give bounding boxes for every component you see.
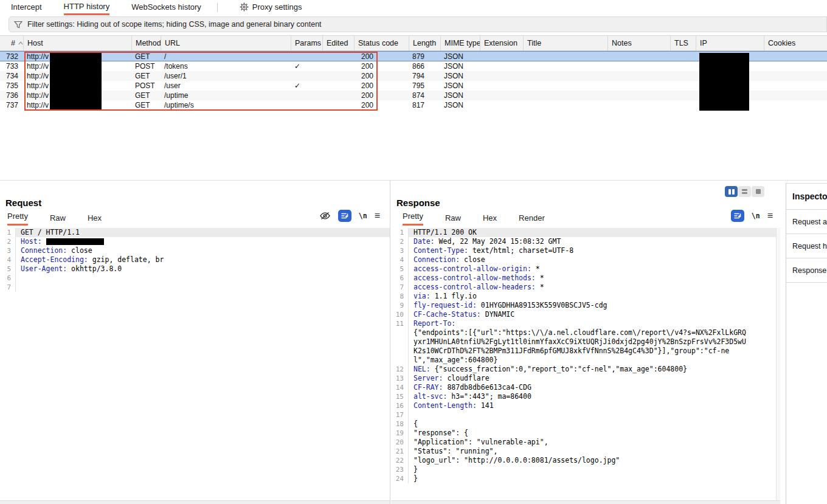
- response-line: 6access-control-allow-methods: *: [391, 274, 780, 283]
- tab-websockets-history[interactable]: WebSockets history: [131, 0, 201, 15]
- layout-split-horizontal-button[interactable]: [738, 186, 751, 197]
- line-number: 14: [391, 383, 409, 392]
- proxy-tab-bar: Intercept HTTP history WebSockets histor…: [0, 0, 827, 15]
- prettify-icon[interactable]: [731, 210, 744, 222]
- cell-status: 200: [354, 72, 409, 80]
- inspector-section-request-he[interactable]: Request he: [786, 234, 827, 258]
- tab-proxy-settings[interactable]: Proxy settings: [240, 0, 302, 15]
- response-tab-raw[interactable]: Raw: [445, 213, 461, 226]
- eye-slash-icon[interactable]: [319, 211, 331, 221]
- request-panel-title: Request: [5, 198, 41, 208]
- column-header-cookies[interactable]: Cookies: [764, 36, 827, 50]
- response-line-text: "Application": "vulnerable-api",: [409, 438, 780, 447]
- response-line-text: Content-Type: text/html; charset=UTF-8: [409, 246, 780, 255]
- response-line-text: HTTP/1.1 200 OK: [409, 228, 780, 237]
- line-number: 7: [391, 283, 409, 292]
- header-name: CF-RAY:: [413, 383, 443, 392]
- column-header-params[interactable]: Params: [291, 36, 322, 50]
- code-text: close: [67, 246, 92, 255]
- newline-icon[interactable]: \n: [752, 212, 760, 220]
- cell-mime: JSON: [440, 101, 480, 109]
- newline-icon[interactable]: \n: [359, 212, 367, 220]
- column-header-label: Length: [413, 39, 436, 47]
- menu-icon[interactable]: ≡: [375, 211, 380, 221]
- column-header-mime-type[interactable]: MIME type: [440, 36, 480, 50]
- response-line: 5access-control-allow-origin: *: [391, 264, 780, 274]
- response-tab-render[interactable]: Render: [519, 213, 545, 226]
- line-number: 19: [391, 429, 409, 438]
- cell-length: 795: [409, 81, 440, 90]
- response-line-text: via: 1.1 fly.io: [409, 292, 780, 301]
- tab-intercept[interactable]: Intercept: [11, 0, 42, 15]
- column-header-edited[interactable]: Edited: [322, 36, 354, 50]
- sort-ascending-icon: [18, 41, 23, 45]
- request-tab-raw[interactable]: Raw: [50, 213, 66, 226]
- cell-mime: JSON: [440, 52, 480, 61]
- column-header-title[interactable]: Title: [523, 36, 607, 50]
- line-number: 4: [391, 255, 409, 264]
- column-header-tls[interactable]: TLS: [670, 36, 696, 50]
- column-header-label: Edited: [327, 39, 348, 47]
- header-name: alt-svc:: [413, 392, 447, 401]
- response-vertical-scrollbar[interactable]: [776, 228, 780, 500]
- menu-icon[interactable]: ≡: [767, 211, 773, 221]
- response-line: 23}: [391, 465, 780, 474]
- column-header-host[interactable]: Host: [23, 36, 131, 50]
- tab-label: Intercept: [11, 2, 42, 12]
- response-tab-hex[interactable]: Hex: [483, 213, 497, 226]
- line-number: 12: [391, 365, 409, 374]
- column-header-label: Title: [527, 39, 541, 47]
- column-header-extension[interactable]: Extension: [480, 36, 523, 50]
- request-line-text: Host:: [16, 237, 390, 246]
- response-line: 4Connection: close: [391, 255, 780, 264]
- inspector-sections: Request attRequest heResponse h: [786, 210, 827, 283]
- header-name: via:: [413, 292, 431, 300]
- column-header-method[interactable]: Method: [131, 36, 161, 50]
- column-header-status-code[interactable]: Status code: [354, 36, 409, 50]
- line-number: 21: [391, 447, 409, 456]
- header-name: Content-Length:: [413, 401, 477, 410]
- response-editor[interactable]: 1HTTP/1.1 200 OK2Date: Wed, 22 May 2024 …: [391, 228, 780, 500]
- request-line-text: User-Agent: okhttp/3.8.0: [16, 264, 390, 274]
- line-number: 1: [0, 228, 16, 237]
- cell-mime: JSON: [440, 81, 480, 90]
- request-tab-pretty[interactable]: Pretty: [7, 212, 28, 226]
- request-tab-hex[interactable]: Hex: [88, 213, 102, 226]
- inspector-panel: Inspector Request attRequest heResponse …: [786, 183, 827, 504]
- line-number: 5: [0, 264, 16, 274]
- tab-http-history[interactable]: HTTP history: [64, 0, 110, 15]
- response-line: 12NEL: {"success_fraction":0,"report_to"…: [391, 365, 780, 374]
- cell-url: /tokens: [161, 62, 291, 71]
- prettify-icon[interactable]: [338, 210, 351, 222]
- column-header-label: Notes: [612, 39, 632, 47]
- column-header-url[interactable]: URL: [161, 36, 291, 50]
- response-horizontal-scrollbar[interactable]: [391, 500, 780, 504]
- line-number: 4: [0, 255, 16, 264]
- layout-single-button[interactable]: [752, 186, 764, 197]
- response-line-text: Date: Wed, 22 May 2024 15:08:32 GMT: [409, 237, 780, 246]
- cell-status: 200: [354, 101, 409, 109]
- header-name: Server:: [413, 374, 443, 382]
- line-number: 22: [391, 456, 409, 465]
- inspector-section-request-att[interactable]: Request att: [786, 210, 827, 234]
- request-editor[interactable]: 1GET / HTTP/1.12Host: 3Connection: close…: [0, 228, 390, 500]
- column-header-ip[interactable]: IP: [696, 36, 764, 50]
- column-header-notes[interactable]: Notes: [607, 36, 670, 50]
- column-header-length[interactable]: Length: [409, 36, 440, 50]
- line-number: 3: [391, 246, 409, 255]
- request-horizontal-scrollbar[interactable]: [0, 500, 390, 504]
- column-header-[interactable]: #: [0, 36, 23, 50]
- cell-num: 734: [0, 72, 23, 80]
- response-tab-pretty[interactable]: Pretty: [403, 212, 423, 226]
- line-number: 18: [391, 419, 409, 429]
- filter-settings-bar[interactable]: Filter settings: Hiding out of scope ite…: [9, 16, 827, 32]
- line-number: 17: [391, 410, 409, 419]
- cell-url: /user/1: [161, 72, 291, 80]
- response-line: 20"Application": "vulnerable-api",: [391, 438, 780, 447]
- redaction-box: [46, 238, 104, 245]
- layout-split-vertical-button[interactable]: [725, 186, 738, 197]
- response-line-text: Connection: close: [409, 255, 780, 264]
- header-name: Connection:: [21, 246, 67, 255]
- inspector-section-response-h[interactable]: Response h: [786, 258, 827, 283]
- response-line: 3Content-Type: text/html; charset=UTF-8: [391, 246, 780, 255]
